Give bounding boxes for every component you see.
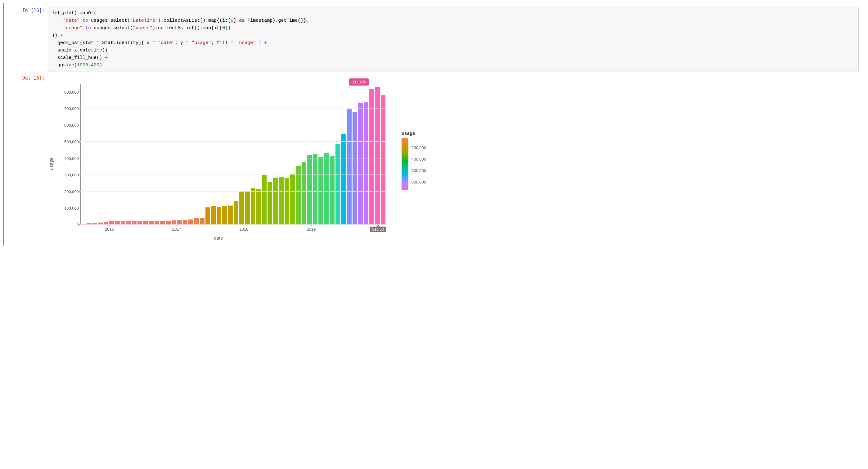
legend-tick: 200,000 xyxy=(411,146,426,150)
bar[interactable] xyxy=(302,162,306,225)
input-cell: In [16]: let_plot( mapOf( "date" to usag… xyxy=(4,6,865,73)
legend-tick: 400,000 xyxy=(411,157,426,161)
x-tick-label: 2017 xyxy=(172,227,181,232)
y-tick-label: 300,000 xyxy=(64,173,79,177)
bar[interactable] xyxy=(330,156,335,225)
bar[interactable] xyxy=(126,221,131,225)
bar[interactable] xyxy=(279,177,284,225)
bar[interactable] xyxy=(318,157,323,225)
notebook-cell-group: In [16]: let_plot( mapOf( "date" to usag… xyxy=(3,3,865,245)
bar[interactable] xyxy=(217,207,221,225)
bar[interactable] xyxy=(194,218,198,225)
bar[interactable] xyxy=(307,155,312,225)
y-tick-label: 700,000 xyxy=(64,106,79,111)
tooltip-xlabel: Sep 30 xyxy=(370,227,386,232)
bar[interactable] xyxy=(160,221,165,225)
bar[interactable] xyxy=(285,178,289,225)
bar[interactable] xyxy=(183,220,187,225)
x-tick-label: 2019 xyxy=(307,227,316,232)
bar[interactable] xyxy=(273,178,278,225)
y-tick-label: 800,000 xyxy=(64,90,79,94)
in-prompt: In [16]: xyxy=(10,7,48,14)
bar[interactable] xyxy=(172,221,176,225)
legend-tick: 600,000 xyxy=(411,169,426,173)
y-tick-label: 600,000 xyxy=(64,123,79,127)
out-prompt: Out[16]: xyxy=(10,74,48,82)
bar[interactable] xyxy=(256,189,261,225)
bar[interactable] xyxy=(369,89,374,225)
output-area: usage 20162017201820192020 831.726 Sep 3… xyxy=(48,74,859,242)
bar[interactable] xyxy=(177,220,182,225)
bar[interactable] xyxy=(109,221,114,225)
legend-tick: 800,000 xyxy=(411,180,426,184)
bar[interactable] xyxy=(143,221,148,225)
x-axis-title: date xyxy=(214,235,223,240)
bar[interactable] xyxy=(313,154,317,225)
y-tick-label: 500,000 xyxy=(64,139,79,144)
y-tick-label: 0 xyxy=(76,223,79,227)
bar[interactable] xyxy=(137,221,142,225)
x-tick-label: 2016 xyxy=(105,227,114,232)
bar[interactable] xyxy=(381,95,385,225)
bar[interactable] xyxy=(222,206,227,225)
y-tick-label: 100,000 xyxy=(64,206,79,210)
bar[interactable] xyxy=(211,206,216,225)
legend-ticks: 200,000400,000600,000800,000 xyxy=(411,138,426,190)
y-tick-label: 200,000 xyxy=(64,189,79,194)
bar[interactable] xyxy=(262,175,267,225)
bar[interactable] xyxy=(364,102,368,225)
bar[interactable] xyxy=(336,144,340,225)
bar[interactable] xyxy=(166,221,170,225)
bar[interactable] xyxy=(155,221,159,225)
legend-gradient xyxy=(402,138,408,190)
bar[interactable] xyxy=(206,207,210,225)
bar[interactable] xyxy=(115,221,120,225)
legend-title: usage xyxy=(402,131,426,136)
bar[interactable] xyxy=(200,218,205,225)
bar[interactable] xyxy=(375,87,379,225)
plot-area[interactable]: 20162017201820192020 831.726 Sep 30 xyxy=(81,84,386,225)
bar[interactable] xyxy=(341,134,346,225)
bar[interactable] xyxy=(104,222,108,225)
tooltip-value: 831.726 xyxy=(349,78,369,86)
bar[interactable] xyxy=(234,201,238,225)
x-tick-label: 2018 xyxy=(240,227,249,232)
output-cell: Out[16]: usage 20162017201820192020 831.… xyxy=(4,73,865,243)
bar[interactable] xyxy=(358,103,363,225)
bar[interactable] xyxy=(347,109,351,225)
bar[interactable] xyxy=(188,220,193,225)
y-axis-title: usage xyxy=(49,158,54,170)
bars-container xyxy=(81,84,386,225)
bar[interactable] xyxy=(228,205,233,225)
bar[interactable] xyxy=(324,153,329,225)
y-tick-label: 400,000 xyxy=(64,156,79,161)
bar[interactable] xyxy=(268,182,272,225)
legend: usage 200,000400,000600,000800,000 xyxy=(402,131,426,192)
bar[interactable] xyxy=(149,221,154,225)
bar[interactable] xyxy=(290,174,295,225)
bar-chart[interactable]: usage 20162017201820192020 831.726 Sep 3… xyxy=(48,80,389,242)
bar[interactable] xyxy=(132,221,136,225)
bar[interactable] xyxy=(251,188,255,225)
code-input[interactable]: let_plot( mapOf( "date" to usages.select… xyxy=(48,7,859,72)
bar[interactable] xyxy=(121,221,125,225)
